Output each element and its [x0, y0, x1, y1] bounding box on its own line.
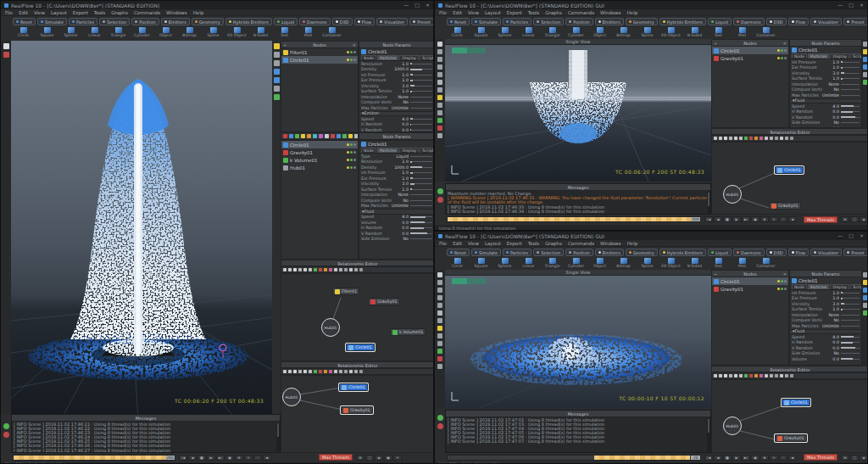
node-display-toggle[interactable]	[777, 280, 780, 282]
messages-body[interactable]: [ INFO Scene ] 2019.11.02 17:46:21 : Usi…	[12, 422, 280, 452]
params-panel-header[interactable]: Node Params	[790, 40, 861, 47]
mesh-icon[interactable]	[863, 295, 868, 300]
shelf-button[interactable]: Daemons	[733, 249, 765, 256]
shelf-button[interactable]: Emitters	[595, 18, 624, 25]
play-icon[interactable]	[314, 268, 317, 271]
param-slider[interactable]	[841, 359, 860, 360]
messages-scrollbar[interactable]	[276, 422, 280, 451]
playback-button[interactable]: ▶|	[742, 216, 750, 222]
timeline-option-button[interactable]: ≡	[356, 455, 364, 461]
grid-icon[interactable]	[437, 87, 442, 92]
shelf-button[interactable]: Daemons	[733, 18, 765, 25]
node-cache-toggle[interactable]	[353, 166, 356, 169]
menu-item[interactable]: Layout	[485, 241, 501, 246]
param-slider[interactable]	[841, 337, 860, 338]
shelf-button[interactable]: Selection	[99, 18, 130, 25]
graph-node-gravity[interactable]: Gravity01	[775, 434, 807, 442]
pan-icon[interactable]	[714, 374, 717, 377]
node-simulate-toggle[interactable]	[350, 51, 353, 53]
messages-header[interactable]: Messages	[12, 415, 280, 422]
param-slider[interactable]	[841, 348, 860, 349]
shelf-button[interactable]: Simulate	[471, 18, 501, 25]
param-slider[interactable]	[841, 84, 860, 85]
zoom-icon[interactable]	[719, 137, 722, 140]
playback-button[interactable]: ≡	[235, 455, 243, 461]
play-icon[interactable]	[437, 349, 442, 354]
align-icon[interactable]	[339, 268, 342, 271]
stop-icon[interactable]	[749, 374, 753, 377]
param-value[interactable]: 0.0	[822, 109, 839, 114]
add-sphere-emitter-icon[interactable]	[295, 134, 299, 138]
snap-icon[interactable]	[437, 80, 442, 85]
shelf-button[interactable]: Emitters	[161, 18, 190, 25]
param-row[interactable]: Volume 0.0	[790, 356, 861, 362]
param-slider[interactable]	[841, 89, 860, 90]
fit-icon[interactable]	[724, 374, 727, 377]
node-list-item[interactable]: Circle01	[281, 56, 358, 64]
emitter-tool-button[interactable]: Mist	[732, 258, 753, 270]
params-tab[interactable]: Particles	[377, 55, 398, 60]
emitter-tool-button[interactable]: Mist	[298, 27, 319, 39]
node-simulate-toggle[interactable]	[781, 288, 783, 290]
rel-editor-header[interactable]: Relationship Editor	[712, 129, 868, 135]
params-tab[interactable]: Node	[361, 55, 376, 60]
stop-icon[interactable]	[319, 370, 322, 373]
param-slider[interactable]	[410, 200, 432, 201]
align-icon[interactable]	[770, 374, 773, 377]
rel-editor-header[interactable]: Relationship Editor	[712, 366, 868, 372]
param-value[interactable]: 3.0	[392, 84, 409, 88]
visualizer-icon[interactable]	[274, 43, 280, 49]
emitter-tool-button[interactable]: Text	[708, 27, 729, 39]
param-slider[interactable]	[841, 122, 860, 123]
shelf-button[interactable]: Selection	[533, 18, 564, 25]
timeline-option-button[interactable]: ◆	[860, 216, 868, 222]
titlebar[interactable]: RealFlow 10 - [C:\Users\DOWN\Ber*] (STAN…	[1, 1, 433, 9]
add-hub-icon[interactable]	[325, 134, 329, 138]
params-tab[interactable]: Display	[830, 284, 849, 289]
node-display-toggle[interactable]	[347, 143, 349, 146]
info-icon[interactable]	[354, 370, 358, 373]
graph-node-gravity[interactable]: Gravity01	[769, 202, 801, 210]
help-icon[interactable]	[790, 374, 793, 377]
shelf-button[interactable]: Hybrido Emitters	[225, 18, 272, 25]
zoom-icon[interactable]	[288, 370, 292, 373]
emitter-tool-button[interactable]: Circle	[447, 258, 468, 270]
shelf-button[interactable]: Position	[131, 18, 159, 25]
params-tab[interactable]: Script	[420, 55, 434, 60]
select-icon[interactable]	[349, 370, 353, 373]
ok-icon[interactable]	[274, 94, 280, 100]
select-icon[interactable]	[780, 374, 783, 377]
param-slider[interactable]	[410, 233, 432, 234]
minimize-button[interactable]: —	[837, 3, 843, 8]
param-value[interactable]: 1000.0	[392, 67, 409, 71]
viewport-header[interactable]: Single View	[445, 39, 711, 45]
node-simulate-toggle[interactable]	[350, 59, 353, 61]
param-slider[interactable]	[841, 293, 860, 293]
param-value[interactable]: 1.0	[822, 296, 839, 300]
shelf-button[interactable]: D3D	[332, 18, 353, 25]
visualizer-icon[interactable]	[863, 280, 868, 285]
panel-menu-icon[interactable]: ≡	[783, 271, 787, 277]
select-icon[interactable]	[780, 137, 783, 140]
shelf-button[interactable]: Flow	[788, 18, 809, 25]
shelf-button[interactable]: Liquid	[708, 249, 732, 256]
node-list-item[interactable]: Gravity01	[712, 285, 788, 293]
rel-editor-canvas[interactable]: Hub01 Circle01 Gravity01	[281, 375, 434, 453]
stop-icon[interactable]	[437, 423, 443, 429]
shelf-button[interactable]: Visualizer	[810, 18, 842, 25]
menu-item[interactable]: Export	[507, 241, 522, 246]
graph-node-gravity[interactable]: Gravity01	[341, 406, 373, 414]
camera-icon[interactable]	[274, 52, 280, 58]
play-icon[interactable]	[314, 370, 317, 373]
shelf-button[interactable]: Geometry	[626, 18, 658, 25]
param-value[interactable]: Unlimited	[392, 106, 409, 110]
node-display-toggle[interactable]	[347, 51, 349, 53]
playback-button[interactable]: ◀	[188, 455, 197, 461]
param-slider[interactable]	[410, 216, 432, 217]
param-value[interactable]: 0.0	[392, 122, 409, 126]
playback-button[interactable]: ■	[198, 455, 206, 461]
close-button[interactable]: ×	[860, 233, 864, 238]
emitter-tool-button[interactable]: Sphere	[60, 27, 81, 39]
link-icon[interactable]	[754, 374, 758, 377]
select-icon[interactable]	[437, 42, 442, 47]
